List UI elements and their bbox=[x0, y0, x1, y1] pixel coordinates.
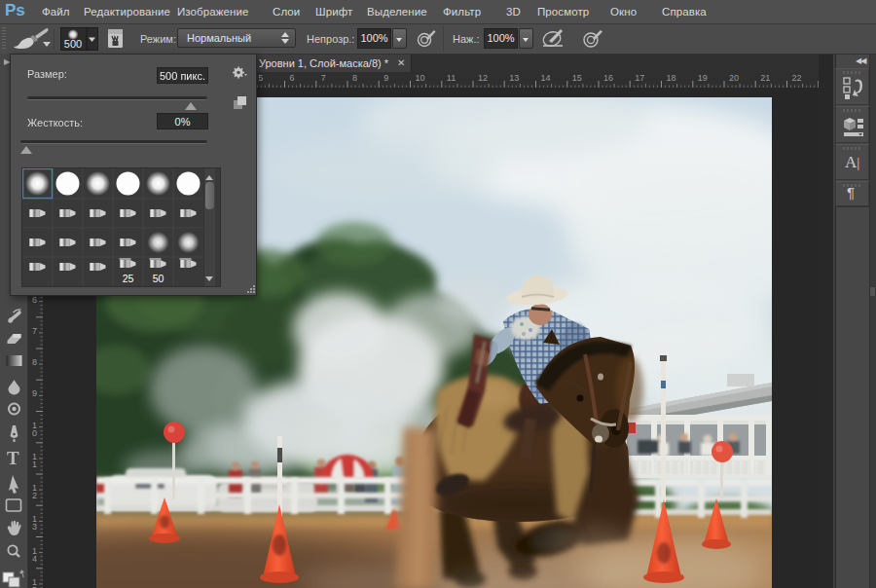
svg-text:10: 10 bbox=[416, 73, 425, 83]
svg-text:6: 6 bbox=[290, 73, 295, 83]
svg-text:0: 0 bbox=[32, 428, 37, 438]
svg-text:9: 9 bbox=[32, 388, 37, 398]
svg-text:20: 20 bbox=[729, 73, 739, 83]
svg-text:22: 22 bbox=[792, 73, 802, 83]
svg-text:500: 500 bbox=[64, 38, 82, 50]
svg-text:16: 16 bbox=[603, 73, 613, 83]
svg-text:12: 12 bbox=[478, 73, 488, 83]
svg-text:50: 50 bbox=[153, 273, 164, 284]
svg-text:11: 11 bbox=[447, 73, 456, 83]
svg-text:19: 19 bbox=[698, 73, 708, 83]
svg-text:14: 14 bbox=[541, 73, 551, 83]
svg-text:15: 15 bbox=[572, 73, 582, 83]
svg-text:13: 13 bbox=[509, 73, 519, 83]
svg-text:8: 8 bbox=[32, 357, 37, 367]
svg-text:8: 8 bbox=[352, 73, 357, 83]
svg-text:5: 5 bbox=[258, 73, 263, 83]
svg-text:4: 4 bbox=[32, 554, 37, 564]
svg-text:1: 1 bbox=[32, 459, 37, 469]
svg-text:T: T bbox=[7, 448, 19, 468]
svg-text:21: 21 bbox=[760, 73, 770, 83]
svg-text:3: 3 bbox=[32, 522, 37, 532]
svg-text:7: 7 bbox=[321, 73, 326, 83]
svg-text:2: 2 bbox=[32, 491, 37, 500]
svg-text:17: 17 bbox=[635, 73, 644, 83]
svg-text:6: 6 bbox=[32, 295, 37, 305]
svg-text:7: 7 bbox=[32, 326, 37, 336]
svg-text:9: 9 bbox=[383, 73, 388, 83]
svg-text:18: 18 bbox=[667, 73, 676, 83]
svg-text:25: 25 bbox=[123, 273, 134, 284]
